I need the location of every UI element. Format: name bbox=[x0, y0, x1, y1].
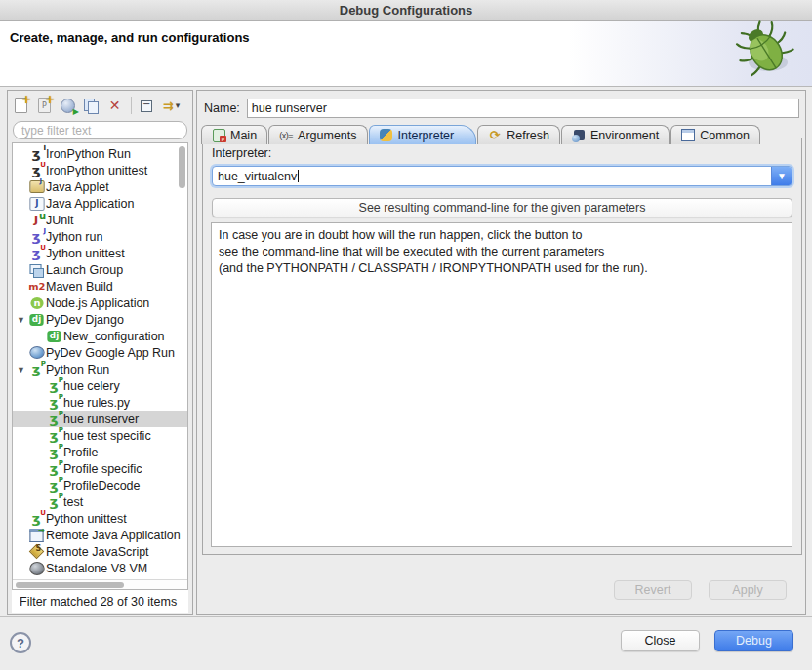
tree-item[interactable]: Launch Group bbox=[13, 261, 187, 278]
python-unittest-icon bbox=[29, 512, 44, 526]
tree-item[interactable]: Remote Java Application bbox=[13, 527, 187, 543]
new-prototype-icon[interactable] bbox=[35, 97, 54, 115]
help-button[interactable]: ? bbox=[10, 632, 31, 653]
tree-item[interactable]: Remote JavaScript bbox=[13, 543, 187, 560]
python-run-icon bbox=[47, 495, 61, 509]
environment-tab-icon bbox=[572, 129, 586, 141]
python-run-icon bbox=[47, 479, 61, 493]
revert-button[interactable]: Revert bbox=[614, 580, 692, 600]
traffic-light-icon[interactable] bbox=[9, 5, 20, 17]
main-tab-icon bbox=[212, 129, 225, 141]
tree-item[interactable]: IronPython unittest bbox=[13, 162, 187, 178]
tree-item[interactable]: Java Applet bbox=[13, 178, 187, 195]
tree-item[interactable]: hue runserver bbox=[13, 411, 187, 427]
export-config-icon[interactable] bbox=[59, 97, 77, 115]
tab[interactable]: Arguments bbox=[268, 125, 367, 144]
python-run-icon bbox=[47, 429, 61, 443]
python-run-icon bbox=[29, 363, 44, 376]
tree-item[interactable]: Standalone V8 VM bbox=[13, 560, 187, 576]
pydev-django-icon bbox=[29, 313, 44, 327]
remote-js-icon bbox=[29, 545, 44, 559]
chevron-down-icon[interactable]: ▼ bbox=[771, 167, 792, 185]
filter-field[interactable] bbox=[13, 121, 187, 139]
info-line: In case you are in doubt how will the ru… bbox=[219, 227, 785, 244]
tab[interactable]: Refresh bbox=[477, 125, 560, 144]
tree-item[interactable]: Jython run bbox=[13, 228, 187, 245]
tab[interactable]: Main bbox=[201, 125, 267, 144]
tree-item[interactable]: Node.js Application bbox=[13, 295, 187, 311]
tab[interactable]: Interpreter bbox=[369, 125, 477, 144]
window-controls bbox=[0, 5, 60, 17]
configuration-detail-panel: Name: hue runserver Main Arguments bbox=[196, 90, 806, 615]
info-line: see the command-line that will be execut… bbox=[219, 244, 785, 260]
tree-item[interactable]: hue test specific bbox=[13, 427, 187, 444]
dialog-content: IronPython Run IronPython unittest Java … bbox=[0, 88, 812, 616]
python-run-icon bbox=[47, 413, 61, 426]
config-tabs: Main Arguments Interpreter Refresh bbox=[197, 123, 805, 144]
info-line: (and the PYTHONPATH / CLASSPATH / IRONPY… bbox=[219, 260, 785, 277]
traffic-light-icon[interactable] bbox=[28, 5, 40, 17]
tree-item[interactable]: IronPython Run bbox=[13, 145, 187, 162]
config-tree-container: IronPython Run IronPython unittest Java … bbox=[12, 142, 188, 590]
name-input[interactable]: hue runserver bbox=[247, 99, 799, 118]
tree-item[interactable]: hue rules.py bbox=[13, 394, 187, 411]
tree-item[interactable]: Java Application bbox=[13, 195, 187, 212]
launch-group-icon bbox=[29, 263, 44, 277]
tree-item[interactable]: hue celery bbox=[13, 377, 187, 394]
interpreter-combobox[interactable]: hue_virtualenv ▼ bbox=[212, 166, 792, 186]
expand-arrow-icon[interactable] bbox=[17, 365, 29, 374]
tree-horizontal-scrollbar[interactable] bbox=[13, 579, 187, 589]
nodejs-icon bbox=[29, 296, 44, 310]
ironpython-run-icon bbox=[29, 147, 44, 161]
tree-item[interactable]: Python unittest bbox=[13, 510, 187, 527]
tree-item[interactable]: PyDev Google App Run bbox=[13, 344, 187, 361]
junit-icon bbox=[29, 214, 44, 227]
java-application-icon bbox=[29, 197, 44, 211]
filter-input[interactable] bbox=[21, 124, 179, 138]
configurations-sidebar: IronPython Run IronPython unittest Java … bbox=[7, 90, 193, 615]
interpreter-tab-content: Interpreter: hue_virtualenv ▼ See result… bbox=[202, 138, 802, 555]
tree-item[interactable]: New_configuration bbox=[13, 328, 187, 344]
traffic-light-icon[interactable] bbox=[48, 5, 60, 17]
python-run-icon bbox=[47, 396, 61, 410]
page-title: Create, manage, and run configurations bbox=[10, 30, 250, 45]
duplicate-config-icon[interactable] bbox=[82, 97, 101, 115]
tree-item[interactable]: PyDev Django bbox=[13, 311, 187, 328]
tree-item[interactable]: test bbox=[13, 493, 187, 510]
bug-icon bbox=[731, 20, 799, 86]
filter-config-icon[interactable] bbox=[162, 97, 181, 115]
close-button[interactable]: Close bbox=[621, 630, 700, 651]
see-command-line-button[interactable]: See resulting command-line for the given… bbox=[212, 198, 792, 217]
maven-icon bbox=[29, 280, 44, 294]
tree-item[interactable]: JUnit bbox=[13, 212, 187, 228]
python-run-icon bbox=[47, 379, 61, 393]
apply-button[interactable]: Apply bbox=[709, 580, 787, 600]
pydev-gae-icon bbox=[29, 346, 44, 360]
delete-config-icon[interactable] bbox=[105, 97, 124, 115]
collapse-all-icon[interactable] bbox=[139, 97, 157, 115]
tree-vertical-scrollbar[interactable] bbox=[179, 146, 185, 188]
tree-item[interactable]: Profile specific bbox=[13, 460, 187, 477]
tab[interactable]: Common bbox=[670, 125, 760, 144]
tree-item[interactable]: Python Run bbox=[13, 361, 187, 377]
command-line-info-text: In case you are in doubt how will the ru… bbox=[211, 222, 792, 547]
tree-item[interactable]: Profile bbox=[13, 444, 187, 460]
window-title: Debug Configurations bbox=[0, 3, 812, 18]
separator-icon[interactable] bbox=[131, 97, 132, 114]
scrollbar-thumb[interactable] bbox=[16, 582, 124, 588]
tab[interactable]: Environment bbox=[561, 125, 670, 144]
python-run-icon bbox=[47, 462, 61, 476]
new-config-icon[interactable] bbox=[12, 97, 30, 115]
jython-unittest-icon bbox=[29, 247, 44, 260]
filter-status: Filter matched 28 of 30 items bbox=[12, 590, 188, 613]
tree-item[interactable]: Jython unittest bbox=[13, 245, 187, 261]
tree-item[interactable]: Maven Build bbox=[13, 278, 187, 295]
debug-button[interactable]: Debug bbox=[714, 630, 793, 651]
ironpython-unittest-icon bbox=[29, 164, 44, 177]
interpreter-label: Interpreter: bbox=[212, 146, 794, 160]
expand-arrow-icon[interactable] bbox=[17, 315, 29, 325]
v8-icon bbox=[29, 562, 44, 575]
interpreter-value[interactable]: hue_virtualenv bbox=[213, 167, 771, 185]
tree-item[interactable]: ProfileDecode bbox=[13, 477, 187, 493]
arguments-tab-icon bbox=[279, 129, 293, 141]
